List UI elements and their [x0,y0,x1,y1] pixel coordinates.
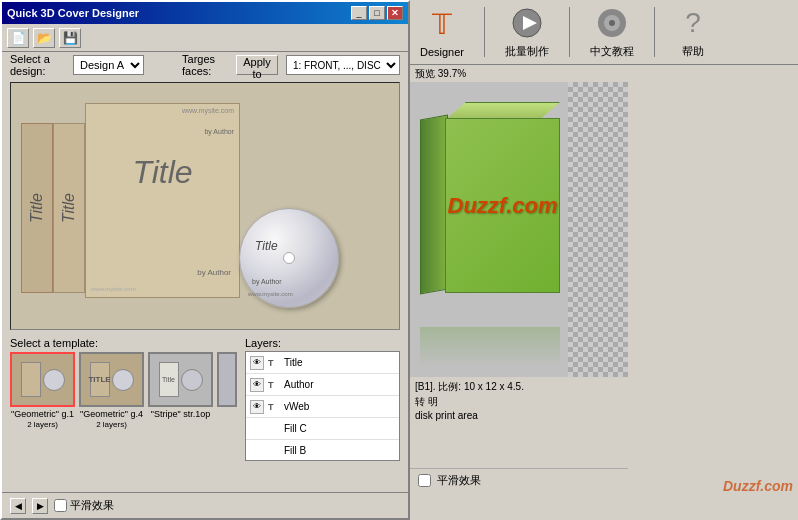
template-label: Select a template: [10,337,237,349]
open-button[interactable]: 📂 [33,28,55,48]
template-name-3: "Stripe" str.1op [151,409,210,419]
template-item-1[interactable]: "Geometric" g.12 layers) [10,352,75,432]
layers-list: 👁 T Title 👁 T Author 👁 T vWeb [245,351,400,461]
cover-preview-area: Title Title www.mysite.com by Author Tit… [10,82,400,330]
batch-icon [509,5,545,41]
layer-fill-c[interactable]: Fill C [246,418,399,440]
template-item-2[interactable]: TITLE "Geometric" g.42 layers) [79,352,144,432]
design-select[interactable]: Design A [73,55,144,75]
by-author-top: by Author [204,128,234,135]
help-label: 帮助 [682,44,704,59]
apply-button[interactable]: Apply to [236,55,278,75]
box-reflection [420,327,560,367]
title-bar: Quick 3D Cover Designer _ □ ✕ [2,2,408,24]
template-thumb-3[interactable]: Title [148,352,213,407]
template-name-2: "Geometric" g.42 layers) [80,409,143,429]
disk-print-label: disk print area [410,408,628,423]
template-item-3[interactable]: Title "Stripe" str.1op [148,352,213,432]
preview-area: Duzzf.com [410,82,628,377]
back-title-text: Title [28,193,46,223]
tutorial-label: 中文教程 [590,44,634,59]
toolbar-divider-3 [654,7,655,57]
design-label: Select a design: [10,53,65,77]
layer-eye-author[interactable]: 👁 [250,378,264,392]
checkerboard-bg [568,82,628,377]
layer-name-vweb: vWeb [284,401,395,412]
layer-name-author: Author [284,379,395,390]
template-item-4[interactable] [217,352,237,432]
cd-hole [283,252,295,264]
flat-effect-right-label: 平滑效果 [437,473,481,488]
template-thumb-1[interactable] [10,352,75,407]
template-name-1: "Geometric" g.12 layers) [11,409,74,429]
cd-container: Title by Author www.mysite.com [239,208,339,308]
box-front-face: Duzzf.com [445,118,560,293]
layer-fill-b[interactable]: Fill B [246,440,399,461]
website-text: www.mysite.com [182,107,234,114]
template-thumb-4[interactable] [217,352,237,407]
left-window: Quick 3D Cover Designer _ □ ✕ 📄 📂 💾 Sele… [0,0,410,520]
toolbar-divider-1 [484,7,485,57]
cd-by-author: by Author [252,278,282,285]
cd-disc: Title by Author www.mysite.com [239,208,339,308]
right-panel: 𝕋 Designer 批量制作 中文教程 [410,0,798,520]
layer-eye-title[interactable]: 👁 [250,356,264,370]
toolbar-tutorial[interactable]: 中文教程 [590,5,634,59]
flat-effect-label: 平滑效果 [70,498,114,513]
front-title: Title [86,154,239,191]
book-back-cover: Title [21,123,53,293]
cd-title: Title [255,239,278,253]
watermark-logo: Duzzf.com [723,478,793,494]
bottom-section: Select a template: "Geometric" g.12 laye… [2,334,408,464]
layer-name-fill-b: Fill B [284,445,395,456]
template-thumb-2[interactable]: TITLE [79,352,144,407]
layer-eye-vweb[interactable]: 👁 [250,400,264,414]
layers-section: Layers: 👁 T Title 👁 T Author 👁 T [245,337,400,461]
layer-author[interactable]: 👁 T Author [246,374,399,396]
right-toolbar: 𝕋 Designer 批量制作 中文教程 [410,0,798,65]
layer-name-title: Title [284,357,395,368]
cd-website: www.mysite.com [248,291,293,297]
layer-type-title: T [268,358,280,368]
flat-effect-right-checkbox[interactable] [418,474,431,487]
layer-type-vweb: T [268,402,280,412]
title-bar-buttons: _ □ ✕ [351,6,403,20]
flat-effect-bar: 平滑效果 [410,468,628,492]
maximize-button[interactable]: □ [369,6,385,20]
front-watermark: www.mysite.com [91,286,136,292]
minimize-button[interactable]: _ [351,6,367,20]
new-button[interactable]: 📄 [7,28,29,48]
template-section: Select a template: "Geometric" g.12 laye… [10,337,237,461]
designer-icon: 𝕋 [424,7,460,43]
designer-label: Designer [420,46,464,58]
duzzf-brand-text: Duzzf.com [448,193,558,219]
front-by-author: by Author [197,268,231,277]
toolbar-help[interactable]: ? 帮助 [675,5,711,59]
layer-vweb[interactable]: 👁 T vWeb [246,396,399,418]
preview-label: 预览 39.7% [410,65,628,83]
toolbar: 📄 📂 💾 [2,24,408,52]
window-title: Quick 3D Cover Designer [7,7,139,19]
design-row: Select a design: Design A Targes faces: … [2,52,408,78]
layer-name-fill-c: Fill C [284,423,395,434]
flat-effect-checkbox[interactable] [54,499,67,512]
next-button[interactable]: ▶ [32,498,48,514]
spine-title-text: Title [60,193,78,223]
toolbar-batch[interactable]: 批量制作 [505,5,549,59]
book-front-cover: www.mysite.com by Author Title by Author… [85,103,240,298]
close-button[interactable]: ✕ [387,6,403,20]
flat-effect-checkbox-container: 平滑效果 [54,498,114,513]
bottom-bar: ◀ ▶ 平滑效果 [2,492,408,518]
target-select[interactable]: 1: FRONT, ..., DISC [286,55,400,75]
tutorial-icon [594,5,630,41]
layer-type-author: T [268,380,280,390]
box-side-face [420,115,448,295]
toolbar-designer[interactable]: 𝕋 Designer [420,7,464,58]
svg-point-4 [609,20,615,26]
batch-label: 批量制作 [505,44,549,59]
template-list: "Geometric" g.12 layers) TITLE "Geometri… [10,352,237,432]
save-button[interactable]: 💾 [59,28,81,48]
layer-title[interactable]: 👁 T Title [246,352,399,374]
toolbar-divider-2 [569,7,570,57]
prev-button[interactable]: ◀ [10,498,26,514]
